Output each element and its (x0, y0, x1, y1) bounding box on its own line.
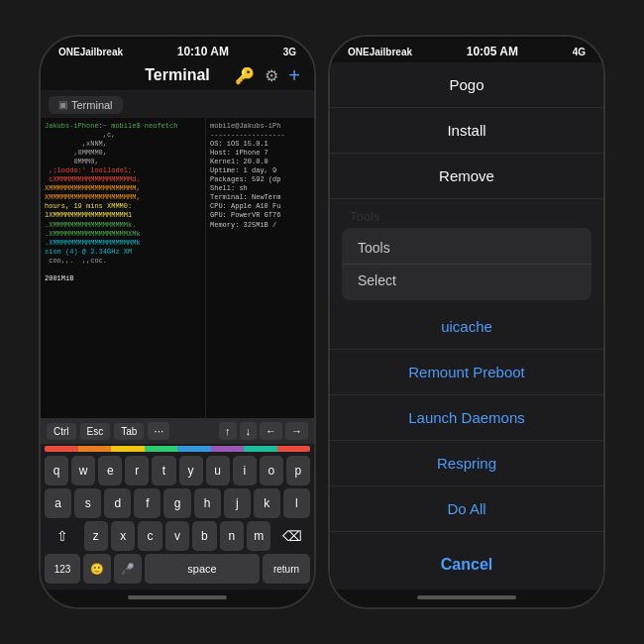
right-carrier: ONEJailbreak (348, 47, 412, 57)
key-r[interactable]: r (125, 456, 149, 485)
return-key[interactable]: return (263, 554, 310, 584)
kb-toolbar: Ctrl Esc Tab ··· ↑ ↓ ← → (41, 418, 314, 444)
key-i[interactable]: i (233, 456, 257, 485)
left-carrier: ONEJailbreak (58, 47, 123, 57)
left-time: 10:10 AM (177, 45, 229, 58)
key-t[interactable]: t (152, 456, 175, 485)
kb-row-1: q w e r t y u i o p (45, 456, 310, 485)
menu-do-all[interactable]: Do All (330, 486, 603, 532)
color-bar (45, 446, 310, 452)
key-z[interactable]: z (84, 521, 108, 551)
kb-rows: q w e r t y u i o p a s d f g h (41, 454, 314, 590)
kb-row-3: ⇧ z x c v b n m ⌫ (45, 521, 310, 551)
key-icon[interactable]: 🔑 (235, 66, 255, 85)
key-a[interactable]: a (45, 488, 71, 518)
down-arrow[interactable]: ↓ (240, 422, 258, 440)
more-key[interactable]: ··· (148, 422, 169, 440)
keyboard: Ctrl Esc Tab ··· ↑ ↓ ← → (41, 418, 314, 590)
right-status-bar: ONEJailbreak 10:05 AM 4G (330, 37, 603, 62)
tools-popup: Tools Select (342, 228, 591, 300)
plus-icon[interactable]: + (288, 64, 300, 87)
key-j[interactable]: j (224, 488, 251, 518)
arrow-keys: ↑ ↓ ← → (219, 422, 308, 440)
terminal-left: Jakubs-iPhone:~ mobile$ neofetch ,c, ,xN… (41, 118, 205, 419)
menu-install[interactable]: Install (330, 108, 603, 154)
left-phone: ONEJailbreak 10:10 AM 3G Terminal 🔑 ⚙ + … (39, 35, 316, 609)
tab-key[interactable]: Tab (114, 423, 144, 440)
home-indicator (128, 595, 227, 599)
left-status-bar: ONEJailbreak 10:10 AM 3G (41, 37, 314, 62)
ctrl-key[interactable]: Ctrl (47, 423, 76, 440)
menu-launch-daemons[interactable]: Launch Daemons (330, 395, 603, 441)
select-item[interactable]: Select (342, 265, 591, 296)
terminal-right: mobile@Jakubs-iPh ------------------ OS:… (205, 118, 314, 419)
menu-uicache[interactable]: uicache (330, 304, 603, 350)
space-key[interactable]: space (145, 554, 260, 584)
title-icons: 🔑 ⚙ + (235, 64, 300, 87)
key-u[interactable]: u (206, 456, 230, 485)
shift-key[interactable]: ⇧ (45, 521, 81, 551)
left-arrow[interactable]: ← (260, 422, 282, 440)
right-phone: ONEJailbreak 10:05 AM 4G Pogo Install Re… (328, 35, 605, 609)
emoji-key[interactable]: 🙂 (83, 554, 111, 584)
left-home-bar (41, 590, 314, 607)
left-signal: 3G (283, 47, 296, 57)
key-g[interactable]: g (163, 488, 190, 518)
tools-item[interactable]: Tools (342, 232, 591, 265)
menu-list: Pogo Install Remove Tools Tools Select u… (330, 62, 603, 590)
key-e[interactable]: e (98, 456, 122, 485)
key-n[interactable]: n (220, 521, 244, 551)
key-p[interactable]: p (286, 456, 310, 485)
key-m[interactable]: m (247, 521, 270, 551)
tab-icon: ▣ (58, 99, 67, 110)
menu-respring[interactable]: Respring (330, 441, 603, 486)
key-l[interactable]: l (283, 488, 310, 518)
tools-section: Tools Tools Select (330, 199, 603, 304)
kb-row-2: a s d f g h j k l (45, 488, 310, 518)
up-arrow[interactable]: ↑ (219, 422, 237, 440)
menu-remount[interactable]: Remount Preboot (330, 350, 603, 395)
left-title-bar: Terminal 🔑 ⚙ + (41, 62, 314, 90)
key-y[interactable]: y (179, 456, 203, 485)
backspace-key[interactable]: ⌫ (273, 521, 310, 551)
terminal-tab[interactable]: ▣ Terminal (49, 96, 123, 114)
terminal-area[interactable]: Jakubs-iPhone:~ mobile$ neofetch ,c, ,xN… (41, 118, 314, 419)
right-arrow[interactable]: → (285, 422, 308, 440)
gear-icon[interactable]: ⚙ (265, 66, 278, 85)
key-x[interactable]: x (111, 521, 135, 551)
menu-remove[interactable]: Remove (330, 154, 603, 199)
cancel-button[interactable]: Cancel (330, 540, 603, 590)
key-d[interactable]: d (104, 488, 131, 518)
key-h[interactable]: h (194, 488, 221, 518)
key-q[interactable]: q (45, 456, 68, 485)
kb-bottom-row: 123 🙂 🎤 space return (45, 554, 310, 584)
key-123[interactable]: 123 (45, 554, 80, 584)
key-k[interactable]: k (254, 488, 280, 518)
key-v[interactable]: v (165, 521, 189, 551)
mic-key[interactable]: 🎤 (114, 554, 142, 584)
key-b[interactable]: b (192, 521, 216, 551)
right-signal: 4G (573, 47, 586, 57)
esc-key[interactable]: Esc (80, 423, 111, 440)
tab-bar: ▣ Terminal (41, 90, 314, 118)
key-f[interactable]: f (134, 488, 161, 518)
right-home-bar (330, 590, 603, 607)
right-time: 10:05 AM (467, 45, 518, 58)
menu-pogo[interactable]: Pogo (330, 62, 603, 108)
key-c[interactable]: c (138, 521, 161, 551)
main-container: ONEJailbreak 10:10 AM 3G Terminal 🔑 ⚙ + … (0, 0, 644, 644)
right-home-indicator (417, 595, 516, 599)
left-title: Terminal (145, 66, 210, 84)
key-s[interactable]: s (74, 488, 101, 518)
key-o[interactable]: o (260, 456, 283, 485)
key-w[interactable]: w (71, 456, 95, 485)
tab-label: Terminal (71, 99, 113, 111)
